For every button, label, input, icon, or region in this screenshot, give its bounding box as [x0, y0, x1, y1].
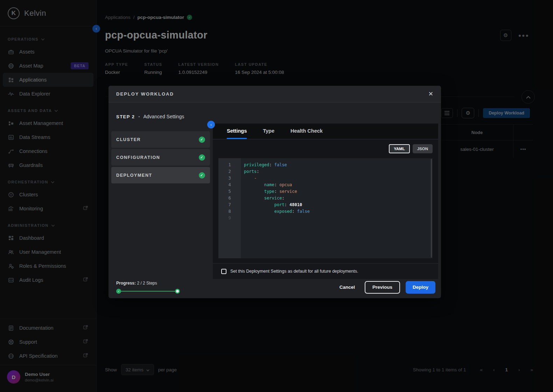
line-number: 4	[218, 182, 241, 188]
step-indicator: STEP 2 • Advanced Settings	[108, 103, 441, 126]
check-icon: ✓	[199, 136, 205, 143]
close-button[interactable]: ✕	[428, 90, 433, 98]
steps-list: CLUSTER ✓ CONFIGURATION ✓ DEPLOYMENT ✓	[111, 131, 210, 183]
tab-type[interactable]: Type	[263, 128, 274, 139]
code-line: exposed: false	[244, 208, 310, 215]
default-settings-row: Set this Deployment Settings as default …	[213, 263, 438, 279]
default-settings-checkbox[interactable]	[221, 269, 226, 274]
format-yaml-button[interactable]: YAML	[389, 144, 410, 153]
progress: Progress: 2 / 2 Steps ✓	[116, 281, 180, 294]
line-number: 2	[218, 168, 241, 175]
previous-button[interactable]: Previous	[365, 281, 400, 294]
check-icon: ✓	[199, 154, 205, 161]
modal-title: DEPLOY WORKLOAD	[116, 91, 174, 97]
line-number: 1	[218, 162, 241, 168]
deploy-workload-modal: DEPLOY WORKLOAD ✕ STEP 2 • Advanced Sett…	[108, 86, 441, 298]
progress-start-check-icon: ✓	[116, 289, 121, 294]
progress-end-dot	[175, 289, 180, 294]
deploy-button[interactable]: Deploy	[406, 281, 435, 294]
check-icon: ✓	[199, 172, 205, 178]
app-root: K Kelvin OPERATIONS Assets Asset Map BET…	[0, 0, 553, 392]
step-configuration[interactable]: CONFIGURATION ✓	[111, 149, 210, 166]
settings-content: YAML JSON 123456789 privileged: falsepor…	[213, 139, 438, 263]
line-number: 8	[218, 208, 241, 215]
format-toggle: YAML JSON	[218, 144, 433, 153]
progress-label: Progress:	[116, 281, 136, 286]
modal-footer: Progress: 2 / 2 Steps ✓ Cancel Previous …	[108, 279, 441, 298]
tab-settings[interactable]: Settings	[227, 128, 247, 139]
tabs: Settings Type Health Check	[213, 124, 438, 139]
line-number: 6	[218, 195, 241, 202]
step-deployment[interactable]: DEPLOYMENT ✓	[111, 167, 210, 183]
settings-panel: Settings Type Health Check YAML JSON 123…	[213, 124, 438, 279]
code-line: service:	[244, 195, 310, 202]
editor-code: privileged: falseports: - name: opcua ty…	[241, 158, 310, 258]
line-number: 9	[218, 215, 241, 222]
code-line: port: 48010	[244, 202, 310, 208]
code-line: ports:	[244, 168, 310, 175]
code-line: -	[244, 175, 310, 182]
tab-health-check[interactable]: Health Check	[290, 128, 323, 139]
code-line: privileged: false	[244, 162, 310, 168]
code-line: name: opcua	[244, 182, 310, 188]
line-number: 7	[218, 202, 241, 208]
back-button[interactable]: ‹	[207, 121, 215, 128]
line-number: 3	[218, 175, 241, 182]
code-line	[244, 215, 310, 222]
yaml-editor[interactable]: 123456789 privileged: falseports: - name…	[218, 158, 433, 258]
line-number: 5	[218, 188, 241, 195]
editor-gutter: 123456789	[218, 158, 241, 258]
progress-bar: ✓	[116, 289, 180, 294]
step-cluster[interactable]: CLUSTER ✓	[111, 131, 210, 148]
progress-value: 2 / 2 Steps	[137, 281, 157, 286]
default-settings-label: Set this Deployment Settings as default …	[230, 269, 358, 274]
format-json-button[interactable]: JSON	[413, 144, 433, 153]
modal-header: DEPLOY WORKLOAD ✕	[108, 86, 441, 103]
code-line: type: service	[244, 188, 310, 195]
chevron-left-icon: ‹	[210, 122, 212, 127]
close-icon: ✕	[428, 91, 433, 97]
cancel-button[interactable]: Cancel	[335, 285, 359, 290]
